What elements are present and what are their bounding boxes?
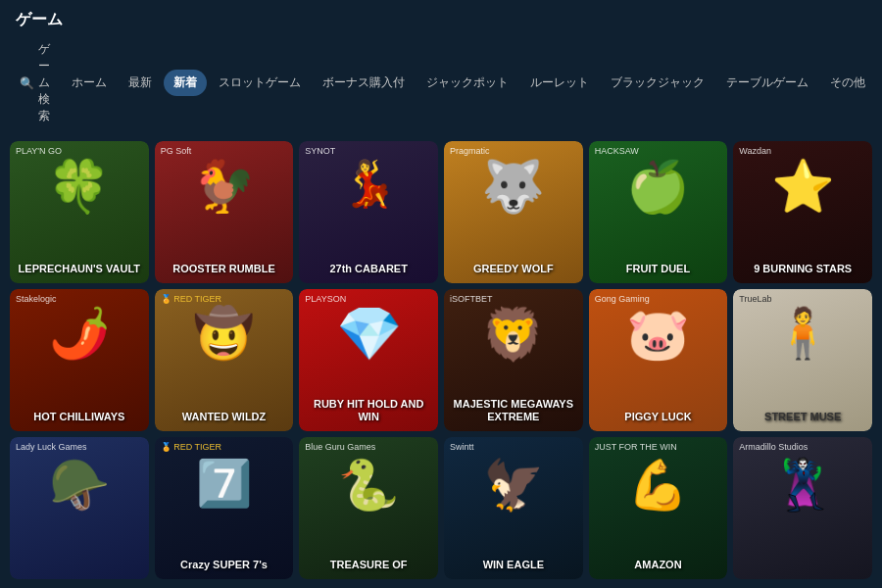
game-card-treasure[interactable]: Blue Guru Games 🐍 TREASURE OF	[299, 437, 438, 579]
deco-win-eagle: 🦅	[483, 457, 544, 514]
game-title-burning-stars: 9 BURNING STARS	[733, 263, 872, 275]
game-card-majestic[interactable]: iSOFTBET 🦁 MAJESTIC MEGAWAYS EXTREME	[444, 289, 583, 431]
provider-label: Armadillo Studios	[739, 442, 808, 452]
provider-label: Wazdan	[739, 146, 771, 156]
game-title-ruby-hit: RUBY HIT HOLD AND WIN	[299, 398, 438, 423]
provider-label: Lady Luck Games	[16, 442, 87, 452]
game-card-leprechaun[interactable]: PLAY'N GO 🍀 LEPRECHAUN'S VAULT	[10, 141, 149, 283]
provider-label: iSOFTBET	[450, 294, 493, 304]
deco-wanted: 🤠	[193, 305, 254, 362]
nav-item-table[interactable]: テーブルゲーム	[716, 70, 818, 96]
provider-label: 🏅 RED TIGER	[161, 294, 221, 304]
provider-label: TrueLab	[739, 294, 771, 304]
game-title-treasure: TREASURE OF	[299, 559, 438, 571]
game-card-armadillo[interactable]: Armadillo Studios 🦹	[733, 437, 872, 579]
provider-label: Swintt	[450, 442, 474, 452]
provider-label: SYNOT	[305, 146, 335, 156]
search-label: ゲーム検索	[38, 41, 50, 124]
game-card-street-muse[interactable]: TrueLab 🧍 STREET MUSE	[733, 289, 872, 431]
deco-treasure: 🐍	[338, 457, 399, 514]
provider-label: Blue Guru Games	[305, 442, 375, 452]
provider-label: PG Soft	[161, 146, 192, 156]
deco-fruit-duel: 🍏	[626, 157, 690, 217]
deco-street-muse: 🧍	[772, 305, 833, 362]
game-title-fruit-duel: FRUIT DUEL	[589, 263, 728, 275]
game-title-rooster: ROOSTER RUMBLE	[155, 263, 294, 275]
provider-label: JUST FOR THE WIN	[595, 442, 677, 452]
game-card-piggy-luck[interactable]: Gong Gaming 🐷 PIGGY LUCK	[589, 289, 728, 431]
page-header: ゲーム 🔍 ゲーム検索 ホーム 最新 新着 スロットゲーム ボーナス購入付 ジャ…	[0, 0, 882, 135]
game-title-win-eagle: WIN EAGLE	[444, 559, 583, 571]
provider-label: Pragmatic	[450, 146, 490, 156]
game-title-super7: Crazy SUPER 7's	[155, 559, 294, 571]
nav-item-newest[interactable]: 新着	[164, 70, 207, 96]
nav-item-home[interactable]: ホーム	[62, 70, 117, 96]
game-title-wanted: WANTED WILDZ	[155, 411, 294, 423]
game-card-hot-chilli[interactable]: Stakelogic 🌶️ HOT CHILLIWAYS	[10, 289, 149, 431]
provider-label: PLAYSON	[305, 294, 346, 304]
game-card-cabaret[interactable]: SYNOT 💃 27th CABARET	[299, 141, 438, 283]
nav-search[interactable]: 🔍 ゲーム検索	[10, 36, 60, 129]
deco-ruby-hit: 💎	[336, 303, 402, 365]
game-card-rooster[interactable]: PG Soft 🐓 ROOSTER RUMBLE	[155, 141, 294, 283]
game-card-burning-stars[interactable]: Wazdan ⭐ 9 BURNING STARS	[733, 141, 872, 283]
nav-item-jackpot[interactable]: ジャックポット	[416, 70, 518, 96]
deco-super7: 7️⃣	[196, 457, 252, 510]
game-title-street-muse: STREET MUSE	[733, 411, 872, 423]
deco-piggy-luck: 🐷	[626, 305, 690, 365]
game-title-leprechaun: LEPRECHAUN'S VAULT	[10, 263, 149, 275]
search-icon: 🔍	[20, 76, 34, 90]
game-card-win-eagle[interactable]: Swintt 🦅 WIN EAGLE	[444, 437, 583, 579]
deco-armadillo: 🦹	[772, 457, 833, 514]
deco-majestic: 🦁	[481, 305, 545, 365]
games-grid-row1: PLAY'N GO 🍀 LEPRECHAUN'S VAULT PG Soft 🐓…	[0, 135, 882, 585]
nav-item-slots[interactable]: スロットゲーム	[209, 70, 311, 96]
deco-burning-stars: ⭐	[771, 157, 835, 217]
nav-item-roulette[interactable]: ルーレット	[520, 70, 599, 96]
game-title-hot-chilli: HOT CHILLIWAYS	[10, 411, 149, 423]
game-card-wanted[interactable]: 🏅 RED TIGER 🤠 WANTED WILDZ	[155, 289, 294, 431]
provider-label: Gong Gaming	[595, 294, 650, 304]
deco-leprechaun: 🍀	[47, 157, 111, 217]
game-title-greedy-wolf: GREEDY WOLF	[444, 263, 583, 275]
deco-lady-luck: 🪖	[49, 457, 110, 514]
provider-label: HACKSAW	[595, 146, 639, 156]
deco-amazon: 💪	[627, 457, 688, 514]
game-card-amazon[interactable]: JUST FOR THE WIN 💪 AMAZON	[589, 437, 728, 579]
provider-label: 🏅 RED TIGER	[161, 442, 221, 452]
nav-item-blackjack[interactable]: ブラックジャック	[601, 70, 714, 96]
provider-label: PLAY'N GO	[16, 146, 62, 156]
deco-cabaret: 💃	[341, 157, 397, 210]
game-card-greedy-wolf[interactable]: Pragmatic 🐺 GREEDY WOLF	[444, 141, 583, 283]
provider-label: Stakelogic	[16, 294, 57, 304]
nav-item-bonus[interactable]: ボーナス購入付	[313, 70, 415, 96]
deco-hot-chilli: 🌶️	[49, 305, 110, 362]
nav-bar: 🔍 ゲーム検索 ホーム 最新 新着 スロットゲーム ボーナス購入付 ジャックポッ…	[0, 30, 882, 135]
game-title-amazon: AMAZON	[589, 559, 728, 571]
nav-item-more[interactable]: その他	[820, 70, 875, 96]
deco-greedy-wolf: 🐺	[481, 157, 545, 217]
page-title: ゲーム	[16, 10, 63, 30]
deco-rooster: 🐓	[192, 157, 256, 217]
game-card-ruby-hit[interactable]: PLAYSON 💎 RUBY HIT HOLD AND WIN	[299, 289, 438, 431]
game-title-piggy-luck: PIGGY LUCK	[589, 411, 728, 423]
game-card-fruit-duel[interactable]: HACKSAW 🍏 FRUIT DUEL	[589, 141, 728, 283]
game-card-super7[interactable]: 🏅 RED TIGER 7️⃣ Crazy SUPER 7's	[155, 437, 294, 579]
game-title-cabaret: 27th CABARET	[299, 263, 438, 275]
game-title-majestic: MAJESTIC MEGAWAYS EXTREME	[444, 398, 583, 423]
nav-item-new[interactable]: 最新	[119, 70, 162, 96]
game-card-lady-luck[interactable]: Lady Luck Games 🪖	[10, 437, 149, 579]
